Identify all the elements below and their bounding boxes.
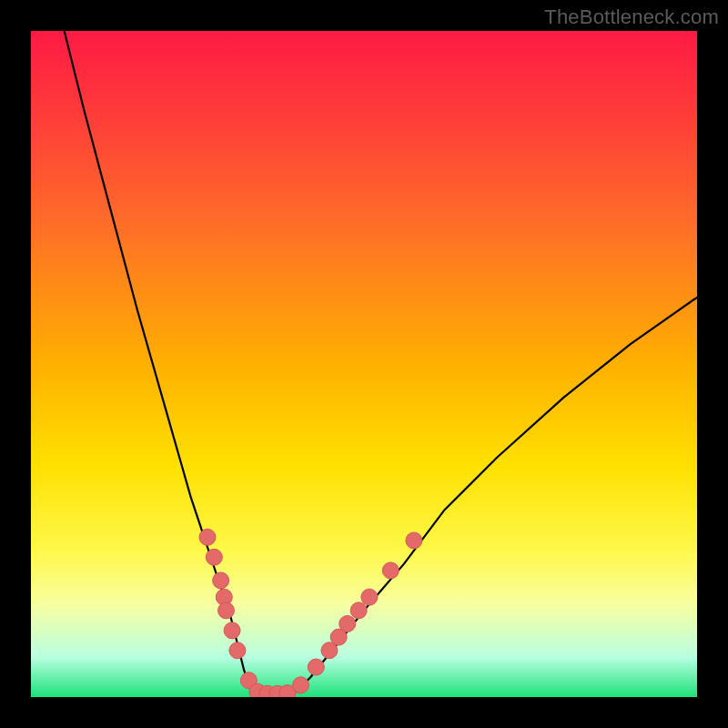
data-marker: [229, 642, 246, 659]
bottleneck-curve: [65, 31, 697, 697]
data-marker: [350, 602, 367, 619]
data-marker: [406, 532, 422, 549]
data-markers: [199, 529, 422, 697]
data-marker: [361, 589, 378, 605]
data-marker: [213, 572, 229, 589]
data-marker: [224, 622, 240, 639]
plot-area: [31, 31, 697, 697]
data-marker: [382, 562, 399, 579]
data-marker: [339, 615, 356, 632]
data-marker: [206, 549, 222, 565]
data-marker: [308, 659, 324, 675]
data-marker: [199, 529, 216, 545]
curve-layer: [31, 31, 697, 697]
chart-frame: TheBottleneck.com: [0, 0, 728, 728]
data-marker: [217, 602, 234, 619]
watermark-text: TheBottleneck.com: [544, 5, 719, 29]
data-marker: [292, 677, 308, 693]
